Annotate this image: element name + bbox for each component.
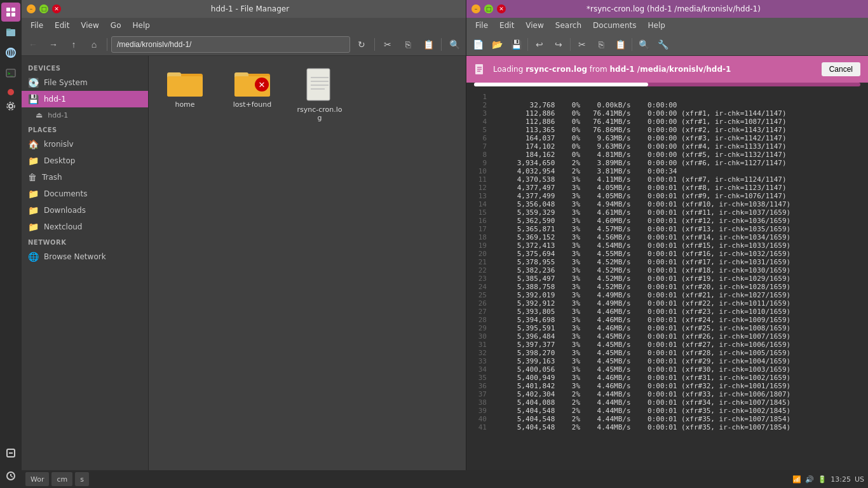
line-content: 5,400,056 3% 4.45MB/s 0:00:01 (xfr#30, i… (492, 365, 865, 374)
line-row: 32 5,398,270 3% 4.45MB/s 0:00:01 (xfr#28… (466, 349, 868, 357)
ed-cut-button[interactable]: ✂ (573, 36, 591, 53)
line-number: 28 (469, 316, 492, 324)
line-row: 31 5,397,377 3% 4.45MB/s 0:00:01 (xfr#27… (466, 341, 868, 349)
fm-forward-button[interactable]: → (44, 36, 62, 53)
ed-new-button[interactable]: 📄 (469, 36, 487, 53)
ed-paste-button[interactable]: 📋 (611, 36, 629, 53)
line-content: 5,399,163 3% 4.45MB/s 0:00:01 (xfr#29, i… (492, 357, 865, 365)
fm-reload-button[interactable]: ↻ (353, 36, 370, 53)
cancel-loading-button[interactable]: Cancel (822, 62, 860, 76)
line-row: 4 112,886 0% 76.41MB/s 0:00:00 (xfr#1, i… (466, 118, 868, 126)
toolbar-sep-1 (107, 38, 107, 51)
fm-search-button[interactable]: 🔍 (445, 36, 463, 53)
ed-menu-edit[interactable]: Edit (494, 20, 519, 31)
file-item-home[interactable]: home (156, 64, 214, 112)
svg-rect-5 (6, 29, 11, 30)
taskbar-item-wor[interactable]: Wor (25, 472, 49, 486)
fm-back-button[interactable]: ← (24, 36, 42, 53)
ed-open-button[interactable]: 📂 (488, 36, 506, 53)
sidebar-item-documents[interactable]: 📁 Documents (22, 186, 148, 202)
ed-menu-help[interactable]: Help (642, 20, 670, 31)
file-item-rsync-log[interactable]: rsync-cron.log (291, 64, 348, 126)
taskbar-icon-files[interactable] (1, 23, 20, 42)
fm-menu-go[interactable]: Go (105, 20, 126, 31)
sidebar-item-nextcloud[interactable]: 📁 Nextcloud (22, 219, 148, 235)
line-row: 13 4,377,499 3% 4.05MB/s 0:00:01 (xfr#9,… (466, 192, 868, 200)
ed-sep-2 (570, 38, 571, 51)
toolbar-sep-2 (374, 38, 375, 51)
file-name-home: home (175, 100, 194, 109)
fm-menu-help[interactable]: Help (127, 20, 154, 31)
ed-tool-button[interactable]: 🔧 (654, 36, 672, 53)
ed-undo-button[interactable]: ↩ (531, 36, 548, 53)
line-content: 32,768 0% 0.00kB/s 0:00:00 (492, 101, 865, 109)
taskbar-icon-settings[interactable] (1, 97, 20, 116)
ed-menu-documents[interactable]: Documents (588, 20, 641, 31)
fm-menu-edit[interactable]: Edit (50, 20, 74, 31)
line-number: 31 (469, 341, 492, 349)
line-row: 27 5,393,805 3% 4.46MB/s 0:00:01 (xfr#23… (466, 308, 868, 316)
tray-icon-1: 📶 (792, 475, 801, 484)
fm-minimize-button[interactable]: – (27, 4, 36, 13)
taskbar-icon-bottom1[interactable] (1, 444, 20, 463)
line-row: 39 5,404,548 2% 4.44MB/s 0:00:01 (xfr#35… (466, 407, 868, 415)
line-number: 19 (469, 241, 492, 250)
taskbar-icon-terminal[interactable]: >_ (1, 64, 20, 83)
ed-menu-view[interactable]: View (520, 20, 548, 31)
line-number: 38 (469, 398, 492, 407)
line-number: 35 (469, 374, 492, 382)
taskbar-icon-0[interactable] (1, 3, 20, 22)
line-content: 5,362,590 3% 4.60MB/s 0:00:01 (xfr#12, i… (492, 217, 865, 225)
sidebar-item-desktop[interactable]: 📁 Desktop (22, 152, 148, 169)
ed-close-button[interactable]: ✕ (497, 4, 506, 13)
fm-menu-file[interactable]: File (25, 20, 48, 31)
line-row: 5 113,365 0% 76.86MB/s 0:00:00 (xfr#2, i… (466, 126, 868, 134)
fm-address-input[interactable] (111, 36, 350, 53)
sidebar-item-downloads[interactable]: 📁 Downloads (22, 202, 148, 219)
editor-titlebar: – □ ✕ *rsync-cron.log (hdd-1 /media/kron… (466, 0, 868, 18)
fm-cut-button[interactable]: ✂ (379, 36, 397, 53)
loading-bar-container: Loading rsync-cron.log from hdd-1 /media… (466, 56, 868, 83)
line-row: 30 5,396,484 3% 4.45MB/s 0:00:01 (xfr#26… (466, 332, 868, 341)
ed-copy-button[interactable]: ⎘ (592, 36, 610, 53)
ed-minimize-button[interactable]: – (471, 4, 480, 13)
line-number: 7 (469, 142, 492, 151)
line-number: 33 (469, 357, 492, 365)
ed-menu-search[interactable]: Search (550, 20, 587, 31)
sidebar-item-browse-network[interactable]: 🌐 Browse Network (22, 248, 148, 265)
taskbar-item-cm[interactable]: cm (51, 472, 72, 486)
ed-menu-file[interactable]: File (470, 20, 493, 31)
sidebar-item-hdd1-eject[interactable]: ⏏ hdd-1 (22, 107, 148, 123)
sidebar-item-trash[interactable]: 🗑 Trash (22, 169, 148, 186)
sidebar-item-hdd1[interactable]: 💾 hdd-1 (22, 91, 148, 107)
line-number: 6 (469, 134, 492, 142)
line-content: 5,404,548 2% 4.44MB/s 0:00:01 (xfr#35, i… (492, 415, 865, 423)
editor-content[interactable]: 12 32,768 0% 0.00kB/s 0:00:003 112,886 0… (466, 90, 868, 473)
line-content: 5,378,955 3% 4.52MB/s 0:00:01 (xfr#17, i… (492, 258, 865, 266)
editor-menubar: File Edit View Search Documents Help (466, 18, 868, 33)
line-row: 38 5,404,088 2% 4.44MB/s 0:00:01 (xfr#34… (466, 398, 868, 407)
fm-up-button[interactable]: ↑ (65, 36, 83, 53)
taskbar-item-s[interactable]: s (75, 472, 89, 486)
editor-toolbar: 📄 📂 💾 ↩ ↪ ✂ ⎘ 📋 🔍 🔧 (466, 33, 868, 56)
ed-save-button[interactable]: 💾 (507, 36, 525, 53)
fm-menubar: File Edit View Go Help (22, 18, 466, 33)
fm-close-button[interactable]: ✕ (52, 4, 61, 13)
fm-menu-view[interactable]: View (76, 20, 104, 31)
sidebar-item-kronislv[interactable]: 🏠 kronislv (22, 136, 148, 152)
file-item-lost-found[interactable]: ✕ lost+found (224, 64, 281, 112)
progress-bar-inner (474, 83, 648, 86)
fm-paste-button[interactable]: 📋 (419, 36, 437, 53)
ed-redo-button[interactable]: ↪ (550, 36, 567, 53)
ed-find-button[interactable]: 🔍 (635, 36, 653, 53)
fm-maximize-button[interactable]: □ (39, 4, 48, 13)
line-row: 2 32,768 0% 0.00kB/s 0:00:00 (466, 101, 868, 109)
taskbar-icon-browser[interactable] (1, 43, 20, 62)
taskbar-icon-dot[interactable] (8, 89, 14, 95)
line-row: 16 5,362,590 3% 4.60MB/s 0:00:01 (xfr#12… (466, 217, 868, 225)
ed-maximize-button[interactable]: □ (484, 4, 493, 13)
taskbar-icon-bottom2[interactable] (1, 466, 20, 485)
sidebar-item-filesystem[interactable]: 💽 File System (22, 74, 148, 91)
fm-home-button[interactable]: ⌂ (85, 36, 103, 53)
fm-copy-button[interactable]: ⎘ (399, 36, 417, 53)
